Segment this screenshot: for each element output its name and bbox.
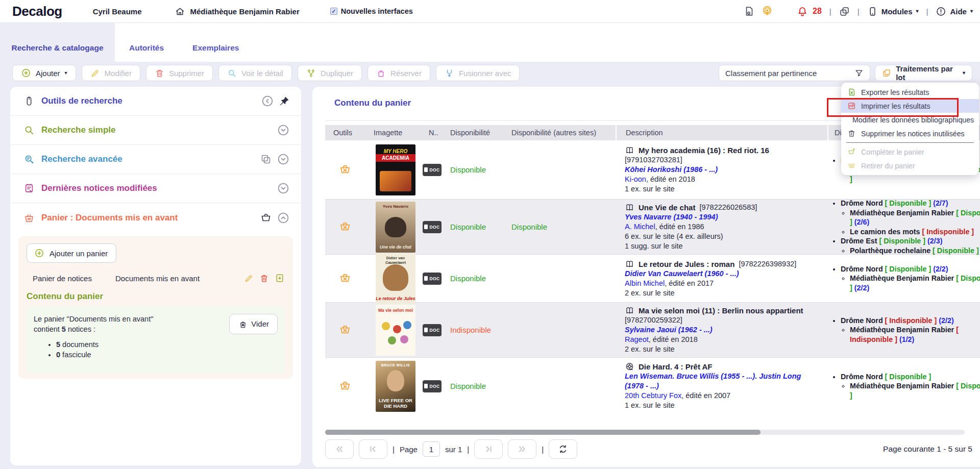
record-author-link[interactable]: Sylvaine Jaoui (1962 - ...) (625, 325, 713, 335)
tab-recherche-catalogage[interactable]: Recherche & catalogage (0, 23, 115, 62)
doc-badge: DOC (423, 380, 442, 392)
record-publisher-link[interactable]: A. Michel (625, 222, 655, 232)
current-user[interactable]: Cyril Beaume (93, 7, 142, 16)
checkbox-checked-icon[interactable]: ✓ (330, 8, 337, 15)
record-title[interactable]: Une Vie de chat (639, 203, 695, 212)
new-interfaces-toggle[interactable]: ✓ Nouvelles interfaces (330, 7, 413, 15)
record-publisher-link[interactable]: Albin Michel (625, 279, 665, 288)
cell-tools (325, 255, 370, 302)
beacon-icon[interactable] (762, 6, 773, 17)
edit-basket-icon[interactable] (244, 274, 254, 283)
remove-from-basket-icon[interactable] (338, 324, 352, 337)
separator: | (925, 7, 929, 16)
table-row[interactable]: Didier van Cauwelaert Le retour de Jules… (325, 254, 980, 302)
record-author-link[interactable]: Yves Navarre (1940 - 1994) (625, 212, 718, 222)
merge-button[interactable]: Fusionner avec (436, 65, 520, 81)
record-publisher-link[interactable]: Ki-oon (625, 175, 646, 184)
record-author-link[interactable]: Kōhei Horikoshi (1986 - ...) (625, 165, 718, 175)
last-page-button[interactable] (508, 439, 536, 459)
edit-button[interactable]: Modifier (82, 65, 140, 81)
menu-item-export-results[interactable]: Exporter les résultats (841, 85, 979, 99)
cell-description: Die Hard. 4 : Prêt AF Len Wiseman. Bruce… (616, 358, 827, 414)
view-detail-button[interactable]: Voir le détail (218, 65, 292, 81)
table-row[interactable]: BRUCE WILLIS LIVE FREE OR DIE HARD DOC D… (325, 357, 980, 414)
caret-down-icon: ▾ (970, 9, 973, 14)
add-record-icon[interactable] (275, 273, 285, 283)
col-header-disponibilite-autres: Disponibilité (autres sites) (506, 125, 616, 140)
notification-count[interactable]: 28 (813, 7, 822, 16)
remove-from-basket-icon[interactable] (338, 272, 352, 285)
caret-down-icon: ▾ (963, 70, 965, 76)
empty-basket-button[interactable]: Vider (229, 314, 278, 334)
book-cover[interactable]: Yves Navarre Une vie de chat (376, 202, 415, 253)
sidebar-item-panier[interactable]: Panier : Documents mis en avant (10, 203, 301, 232)
site-availability: Médiathèque Benjamin Rabier [ Indisponib… (850, 325, 980, 344)
refresh-button[interactable] (549, 439, 577, 459)
scrollbar-thumb[interactable] (325, 430, 761, 435)
record-title[interactable]: My hero academia (16) : Red riot. 16 (639, 145, 769, 155)
cell-availability-by-site: Drôme Nord [ Disponible ] Médiathèque Be… (827, 358, 980, 414)
collapse-up-circle-icon (277, 211, 290, 225)
basket-field-value[interactable]: Documents mis en avant (115, 274, 200, 283)
book-cover[interactable]: Didier van Cauwelaert Le retour de Jules (376, 253, 415, 304)
book-cover[interactable]: Ma vie selon moi (376, 305, 415, 356)
movie-cover[interactable]: BRUCE WILLIS LIVE FREE OR DIE HARD (376, 361, 415, 412)
link-windows-icon[interactable] (839, 6, 850, 17)
book-cover[interactable]: MY HERO ACADEMIA (376, 144, 415, 195)
record-title[interactable]: Le retour de Jules : roman (639, 259, 734, 269)
library-name[interactable]: Médiathèque Benjamin Rabier (190, 7, 300, 16)
remove-from-basket-icon[interactable] (338, 220, 352, 234)
delete-button[interactable]: Supprimer (146, 65, 213, 81)
batch-actions-button[interactable]: Traitements par lot▾ (875, 65, 972, 81)
record-publisher-link[interactable]: 20th Cebtury Fox (625, 391, 681, 401)
table-row[interactable]: Ma vie selon moi DOC Indisponible Ma vie… (325, 302, 980, 357)
sidebar-item-outils-de-recherche[interactable]: Outils de recherche (10, 87, 301, 116)
tab-exemplaires[interactable]: Exemplaires (178, 23, 253, 62)
page-input[interactable] (423, 441, 440, 457)
record-title[interactable]: Ma vie selon moi (11) : Berlin nous appa… (639, 306, 803, 315)
menu-item-complete-basket[interactable]: Compléter le panier (841, 145, 979, 159)
basket-stats-list: 5 documents 0 fascicule (56, 339, 278, 360)
reserve-button[interactable]: Réserver (368, 65, 430, 81)
record-publisher-link[interactable]: Rageot (625, 335, 649, 344)
horizontal-scrollbar[interactable] (325, 430, 965, 435)
document-export-icon[interactable] (744, 6, 755, 17)
menu-item-edit-bibliographic-data[interactable]: Modifier les données bibliographiques (841, 113, 979, 127)
record-author-link[interactable]: Didier Van Cauwelaert (1960 - ...) (625, 269, 739, 279)
add-basket-button[interactable]: Ajouter un panier (27, 243, 116, 263)
sort-select[interactable]: Classement par pertinence (719, 65, 870, 81)
tab-autorites[interactable]: Autorités (115, 23, 178, 62)
menu-item-remove-from-basket[interactable]: Retirer du panier (841, 159, 979, 172)
pdf-file-icon: PDF (847, 102, 856, 110)
first-page-button[interactable] (325, 439, 354, 459)
site-availability: Le camion des mots [ Indisponible ] (850, 227, 980, 237)
record-author-link[interactable]: Len Wiseman. Bruce Willis (1955 - ...). … (625, 372, 819, 391)
remove-from-basket-icon[interactable] (338, 163, 352, 177)
sidebar-item-recherche-simple[interactable]: Recherche simple (10, 116, 301, 145)
menu-item-delete-unused-records[interactable]: Supprimer les notices inutilisées (841, 127, 979, 140)
help-menu[interactable]: Aide ▾ (936, 6, 973, 17)
table-row[interactable]: Yves Navarre Une vie de chat DOC Disponi… (325, 199, 980, 254)
sidebar-item-recherche-avancee[interactable]: Recherche avancée (10, 145, 301, 174)
svg-text:PDF: PDF (849, 105, 854, 108)
record-title[interactable]: Die Hard. 4 : Prêt AF (639, 362, 712, 372)
modules-icon (867, 6, 878, 17)
cell-availability-by-site: Drôme Nord [ Indisponible ] (2/2) Médiat… (827, 303, 980, 357)
notifications-bell-icon[interactable] (797, 6, 808, 17)
duplicate-button[interactable]: Dupliquer (298, 65, 362, 81)
add-button[interactable]: Ajouter▾ (12, 65, 76, 81)
next-page-button[interactable] (474, 439, 503, 459)
header-actions: 28 | | Modules ▾ | Aide ▾ (744, 6, 973, 17)
previous-page-button[interactable] (359, 439, 387, 459)
top-header: Decalog Cyril Beaume Médiathèque Benjami… (0, 0, 980, 23)
app-logo[interactable]: Decalog (12, 4, 62, 19)
basket-summary-panel: Le panier "Documents mis en avant" conti… (27, 307, 285, 373)
sidebar-item-dernieres-notices[interactable]: Dernières notices modifiées (10, 174, 301, 203)
book-icon (625, 259, 634, 269)
modules-menu[interactable]: Modules ▾ (867, 6, 919, 17)
menu-divider (846, 142, 974, 143)
menu-item-print-results[interactable]: PDF Imprimer les résultats (841, 99, 979, 113)
remove-from-basket-icon[interactable] (338, 380, 352, 393)
separator: | (467, 445, 469, 454)
delete-basket-icon[interactable] (259, 274, 269, 283)
